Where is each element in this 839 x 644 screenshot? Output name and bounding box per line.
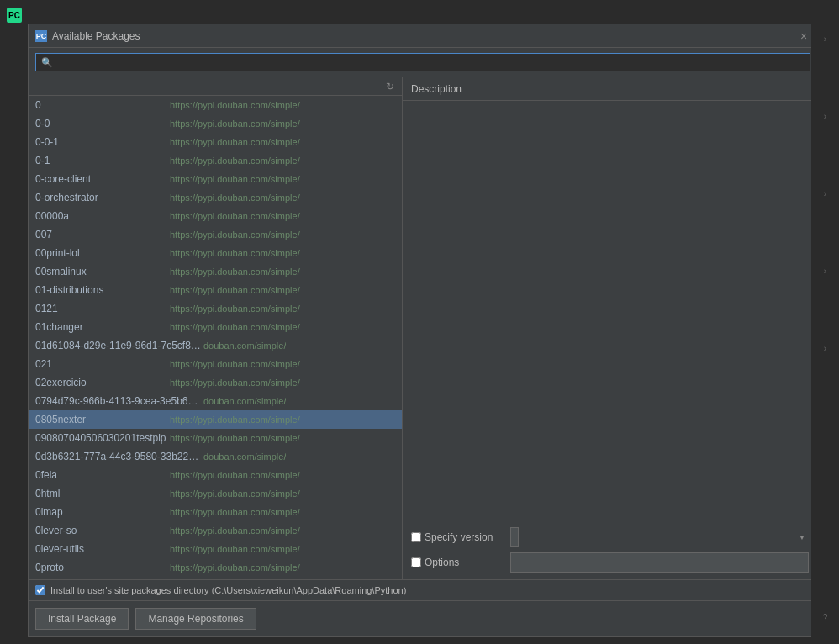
package-url: https://pypi.douban.com/simple/	[170, 507, 300, 517]
list-item[interactable]: 00000ahttps://pypi.douban.com/simple/	[29, 207, 402, 225]
bottom-buttons: Install Package Manage Repositories	[29, 600, 817, 636]
package-url: https://pypi.douban.com/simple/	[170, 525, 300, 536]
side-arrow-3[interactable]: ›	[814, 259, 837, 282]
version-options-area: Specify version Options	[403, 520, 817, 579]
package-name: 01d61084-d29e-11e9-96d1-7c5cf84ffe8e	[35, 340, 203, 351]
install-package-button[interactable]: Install Package	[35, 608, 129, 630]
package-name: 0121	[35, 303, 170, 314]
package-list-header: ↻	[29, 77, 402, 96]
package-url: https://pypi.douban.com/simple/	[170, 174, 300, 184]
package-url: https://pypi.douban.com/simple/	[170, 377, 300, 388]
package-url: https://pypi.douban.com/simple/	[170, 230, 300, 240]
package-url: https://pypi.douban.com/simple/	[170, 248, 300, 258]
list-item[interactable]: 00smalinuxhttps://pypi.douban.com/simple…	[29, 262, 402, 281]
package-url: https://pypi.douban.com/simple/	[170, 433, 300, 443]
list-item[interactable]: 0-orchestratorhttps://pypi.douban.com/si…	[29, 188, 402, 207]
question-icon[interactable]: ?	[814, 605, 837, 629]
title-bar: PC Available Packages ×	[29, 24, 817, 48]
list-item[interactable]: 0-0https://pypi.douban.com/simple/	[29, 114, 402, 133]
package-list[interactable]: 0https://pypi.douban.com/simple/0-0https…	[29, 96, 402, 579]
list-item[interactable]: 0htmlhttps://pypi.douban.com/simple/	[29, 484, 402, 503]
list-item[interactable]: 021https://pypi.douban.com/simple/	[29, 355, 402, 373]
side-arrow-4[interactable]: ›	[814, 336, 837, 360]
package-url: https://pypi.douban.com/simple/	[170, 285, 300, 295]
list-item[interactable]: 0lever-sohttps://pypi.douban.com/simple/	[29, 521, 402, 540]
package-name: 007	[35, 229, 170, 240]
manage-repositories-button[interactable]: Manage Repositories	[135, 608, 256, 630]
right-side-panel: › › › › › ?	[811, 24, 839, 637]
package-name: 090807040506030201testpip	[35, 432, 170, 444]
specify-version-checkbox[interactable]	[411, 532, 421, 542]
package-name: 02exercicio	[35, 377, 170, 388]
options-input[interactable]	[510, 552, 809, 573]
version-select-wrap	[510, 527, 809, 547]
install-site-row: Install to user's site packages director…	[29, 579, 817, 600]
list-item[interactable]: 0-1https://pypi.douban.com/simple/	[29, 151, 402, 170]
svg-text:PC: PC	[8, 11, 20, 20]
package-name: 0html	[35, 488, 170, 499]
description-body	[403, 101, 817, 520]
package-name: 00000a	[35, 210, 170, 222]
list-item[interactable]: 0121https://pypi.douban.com/simple/	[29, 299, 402, 318]
install-site-checkbox[interactable]	[35, 585, 45, 595]
package-url: https://pypi.douban.com/simple/	[170, 267, 300, 277]
package-name: 0794d79c-966b-4113-9cea-3e5b658a7de7	[35, 395, 203, 407]
package-name: 0-orchestrator	[35, 192, 170, 203]
search-input[interactable]	[56, 56, 805, 68]
list-item[interactable]: 01-distributionshttps://pypi.douban.com/…	[29, 281, 402, 299]
list-item[interactable]: 01d61084-d29e-11e9-96d1-7c5cf84ffe8edoub…	[29, 336, 402, 355]
package-name: 0lever-so	[35, 525, 170, 536]
list-item[interactable]: 0imaphttps://pypi.douban.com/simple/	[29, 503, 402, 521]
refresh-button[interactable]: ↻	[382, 78, 398, 95]
package-name: 00smalinux	[35, 266, 170, 277]
package-url: https://pypi.douban.com/simple/	[170, 100, 300, 110]
package-name: 0-0	[35, 118, 170, 129]
main-content: ↻ 0https://pypi.douban.com/simple/0-0htt…	[29, 77, 817, 579]
package-url: https://pypi.douban.com/simple/	[170, 304, 300, 314]
list-item[interactable]: 0felahttps://pypi.douban.com/simple/	[29, 466, 402, 484]
version-select[interactable]	[510, 527, 519, 547]
package-name: 0	[35, 99, 170, 111]
pycharm-logo-icon: PC	[3, 3, 26, 27]
list-item[interactable]: 0d3b6321-777a-44c3-9580-33b223087233doub…	[29, 447, 402, 466]
package-url: https://pypi.douban.com/simple/	[170, 119, 300, 129]
options-label: Options	[411, 557, 504, 568]
package-url: https://pypi.douban.com/simple/	[170, 544, 300, 554]
list-item[interactable]: 007https://pypi.douban.com/simple/	[29, 225, 402, 244]
side-arrow-2[interactable]: ›	[814, 182, 837, 205]
list-item[interactable]: 090807040506030201testpiphttps://pypi.do…	[29, 429, 402, 447]
package-name: 0d3b6321-777a-44c3-9580-33b223087233	[35, 451, 203, 462]
specify-version-text: Specify version	[425, 531, 493, 543]
package-url: douban.com/simple/	[203, 451, 286, 462]
list-item[interactable]: 00print-lolhttps://pypi.douban.com/simpl…	[29, 244, 402, 262]
window-close-button[interactable]: ×	[797, 29, 810, 43]
options-checkbox[interactable]	[411, 557, 421, 567]
list-item[interactable]: 0-core-clienthttps://pypi.douban.com/sim…	[29, 170, 402, 188]
package-url: https://pypi.douban.com/simple/	[170, 193, 300, 203]
options-text: Options	[425, 557, 459, 568]
window-title: Available Packages	[52, 30, 140, 42]
list-item[interactable]: 0lever-utilshttps://pypi.douban.com/simp…	[29, 540, 402, 558]
package-name: 0-0-1	[35, 136, 170, 148]
package-name: 0-1	[35, 155, 170, 166]
package-name: 021	[35, 358, 170, 370]
list-item[interactable]: 0https://pypi.douban.com/simple/	[29, 96, 402, 114]
list-item[interactable]: 01changerhttps://pypi.douban.com/simple/	[29, 318, 402, 336]
list-item[interactable]: 0-0-1https://pypi.douban.com/simple/	[29, 133, 402, 151]
collapse-right-icon[interactable]: ›	[814, 27, 837, 50]
package-url: douban.com/simple/	[203, 340, 286, 351]
list-item[interactable]: 0794d79c-966b-4113-9cea-3e5b658a7de7doub…	[29, 392, 402, 410]
install-site-label: Install to user's site packages director…	[50, 585, 406, 595]
options-row: Options	[411, 552, 809, 573]
package-url: https://pypi.douban.com/simple/	[170, 488, 300, 499]
package-name: 0lever-utils	[35, 543, 170, 555]
package-url: douban.com/simple/	[203, 396, 286, 406]
list-item[interactable]: 02exerciciohttps://pypi.douban.com/simpl…	[29, 373, 402, 392]
list-item[interactable]: 0protohttps://pypi.douban.com/simple/	[29, 558, 402, 577]
list-item[interactable]: 0805nexterhttps://pypi.douban.com/simple…	[29, 410, 402, 429]
package-name: 00print-lol	[35, 247, 170, 259]
package-url: https://pypi.douban.com/simple/	[170, 322, 300, 332]
package-url: https://pypi.douban.com/simple/	[170, 562, 300, 573]
side-arrow-1[interactable]: ›	[814, 104, 837, 128]
package-url: https://pypi.douban.com/simple/	[170, 137, 300, 147]
